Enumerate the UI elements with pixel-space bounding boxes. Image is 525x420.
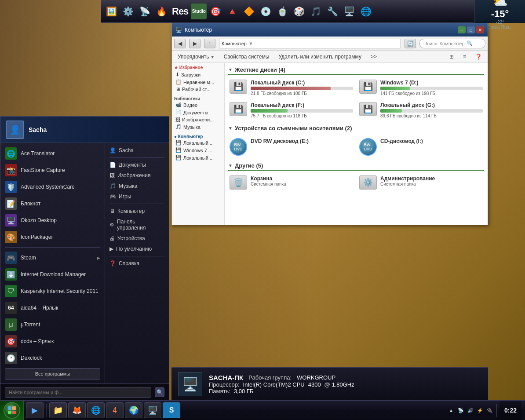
app-dexclock[interactable]: 🕐 Dexclock bbox=[0, 350, 105, 366]
taskbar-globe[interactable]: 🌍 bbox=[125, 402, 142, 418]
forward-button[interactable]: ▶ bbox=[189, 39, 201, 48]
toolbar-icon-13[interactable]: 🖥️ bbox=[341, 4, 357, 19]
right-control-panel[interactable]: ⚙ Панель управления bbox=[105, 216, 169, 233]
sidebar-recent[interactable]: 📋 Недавние м... bbox=[174, 78, 222, 86]
toolbar-icon-3[interactable]: 📡 bbox=[137, 4, 153, 19]
address-bar[interactable]: Компьютер ▼ bbox=[219, 39, 401, 48]
weather-temp: -15° bbox=[491, 8, 509, 20]
toolbar-icon-9[interactable]: 🍵 bbox=[274, 4, 290, 19]
tray-volume[interactable]: 🔊 bbox=[467, 406, 474, 414]
start-menu: 👤 Sacha 🌐 Ace Translator 📸 FastStone Cap… bbox=[0, 116, 169, 400]
taskbar-firefox[interactable]: 🦊 bbox=[68, 402, 86, 418]
sidebar-desktop[interactable]: 🖥 Рабочий ст... bbox=[174, 86, 222, 93]
toolbar-icon-1[interactable]: 🖼️ bbox=[103, 4, 119, 19]
favorites-header: ★ Избранное bbox=[174, 65, 222, 70]
recycle-bin[interactable]: 🗑️ Корзина Системная папка bbox=[228, 174, 354, 191]
taskbar-explorer[interactable]: 📁 bbox=[49, 402, 67, 418]
right-images[interactable]: 🖼 Изображения bbox=[105, 170, 169, 181]
app-okozo[interactable]: 🖥️ Okozo Desktop bbox=[0, 212, 105, 229]
right-documents[interactable]: 📄 Документы bbox=[105, 160, 169, 170]
app-iconpacker[interactable]: 🎨 IconPackager bbox=[0, 229, 105, 245]
close-button[interactable]: ✕ bbox=[476, 26, 484, 33]
explorer-window: 🖥️ Компьютер ─ □ ✕ ◀ ▶ ↑ Компьютер ▼ 🔄 П… bbox=[171, 23, 488, 225]
app-notepad[interactable]: 📝 Блокнот bbox=[0, 195, 105, 212]
drive-i-info: CD-дисковод (I:) bbox=[380, 138, 483, 144]
uninstall-menu[interactable]: Удалить или изменить программу bbox=[275, 52, 365, 61]
sidebar-win7-d[interactable]: 💾Windows 7 ... bbox=[174, 146, 222, 154]
drive-d[interactable]: 💾 Windows 7 (D:) 141 ГБ свободно из 198 … bbox=[358, 78, 484, 97]
taskbar-ie[interactable]: 🌐 bbox=[87, 402, 105, 418]
right-defaults[interactable]: ▶ По умолчанию bbox=[105, 244, 169, 254]
sidebar-images[interactable]: 🖼Изображени... bbox=[174, 116, 222, 123]
right-music[interactable]: 🎵 Музыка bbox=[105, 181, 169, 191]
search-box[interactable]: Поиск: Компьютер 🔍 bbox=[419, 39, 485, 48]
right-help[interactable]: ❓ Справка bbox=[105, 258, 169, 269]
drive-dvd-e[interactable]: RWDVD DVD RW дисковод (E:) bbox=[228, 137, 354, 157]
taskbar-skype[interactable]: S bbox=[163, 402, 180, 418]
app-asc[interactable]: 🛡️ Advanced SystemCare bbox=[0, 179, 105, 195]
start-orb bbox=[4, 402, 20, 419]
removable-grid: RWDVD DVD RW дисковод (E:) RWDVD CD-диск… bbox=[228, 137, 484, 157]
toolbar-icon-10[interactable]: 🎲 bbox=[291, 4, 307, 19]
toolbar-icon-7[interactable]: 🔶 bbox=[241, 4, 257, 19]
tray-safety-remove[interactable]: 🔌 bbox=[486, 406, 494, 414]
removable-section: ▼ Устройства со съемными носителями (2) bbox=[228, 125, 484, 133]
app-idm[interactable]: ⬇️ Internet Download Manager bbox=[0, 266, 105, 283]
refresh-button[interactable]: 🔄 bbox=[405, 39, 416, 48]
up-button[interactable]: ↑ bbox=[204, 39, 215, 48]
view-list-btn[interactable]: ≡ bbox=[459, 52, 470, 61]
toolbar-icon-12[interactable]: 🔧 bbox=[324, 4, 340, 19]
start-button[interactable] bbox=[0, 401, 24, 420]
app-faststone[interactable]: 📸 FastStone Capture bbox=[0, 162, 105, 179]
drive-f[interactable]: 💾 Локальный диск (F:) 75,7 ГБ свободно и… bbox=[228, 101, 354, 120]
system-props-menu[interactable]: Свойства системы bbox=[220, 52, 273, 61]
right-sacha[interactable]: 👤 Sacha bbox=[105, 145, 169, 156]
more-menu[interactable]: >> bbox=[367, 52, 380, 61]
taskbar-monitor[interactable]: 🖥️ bbox=[144, 402, 161, 418]
sidebar-video[interactable]: 📹Видео bbox=[174, 101, 222, 109]
taskbar-media-player[interactable]: ▶ bbox=[26, 402, 44, 418]
toolbar-icon-2[interactable]: ⚙️ bbox=[120, 4, 136, 19]
taskbar-item-4[interactable]: 4 bbox=[106, 402, 124, 418]
app-kaspersky[interactable]: 🛡 Kaspersky Internet Security 2011 bbox=[0, 283, 105, 299]
drive-cd-i[interactable]: RWDVD CD-дисковод (I:) bbox=[358, 137, 484, 157]
search-submit-button[interactable]: 🔍 bbox=[155, 387, 164, 397]
app-utorrent[interactable]: μ µTorrent bbox=[0, 316, 105, 333]
all-programs-button[interactable]: Все программы bbox=[5, 368, 100, 380]
right-computer[interactable]: 🖥 Компьютер bbox=[105, 206, 169, 216]
app-ace-translator[interactable]: 🌐 Ace Translator bbox=[0, 145, 105, 162]
drive-c[interactable]: 💾 Локальный диск (C:) 21,8 ГБ свободно и… bbox=[228, 78, 354, 97]
toolbar-icon-11[interactable]: 🎵 bbox=[308, 4, 324, 19]
minimize-button[interactable]: ─ bbox=[458, 26, 466, 33]
sidebar-local-f[interactable]: 💾Локальный ... bbox=[174, 154, 222, 161]
tray-network[interactable]: 📡 bbox=[457, 406, 465, 414]
admin-sub: Системная папка bbox=[380, 182, 483, 186]
tray-battery[interactable]: ⚡ bbox=[476, 406, 484, 414]
help-btn[interactable]: ❓ bbox=[472, 52, 485, 61]
tray-show-hidden[interactable]: ▲ bbox=[447, 406, 455, 414]
right-games[interactable]: 🎮 Игры bbox=[105, 191, 169, 202]
toolbar-icon-studio[interactable]: Studio bbox=[191, 4, 207, 19]
back-button[interactable]: ◀ bbox=[174, 39, 186, 48]
right-devices[interactable]: 🖨 Устройства bbox=[105, 233, 169, 244]
app-dods[interactable]: 🎯 dods – Ярлык bbox=[0, 333, 105, 350]
view-icon-btn[interactable]: ⊞ bbox=[446, 52, 457, 61]
toolbar-icon-5[interactable]: 🎯 bbox=[208, 4, 223, 19]
toolbar-icon-6[interactable]: 🔺 bbox=[224, 4, 240, 19]
maximize-button[interactable]: □ bbox=[467, 26, 475, 33]
app-aida64[interactable]: 64 aida64 – Ярлык bbox=[0, 299, 105, 316]
drive-g[interactable]: 💾 Локальный диск (G:) 89,6 ГБ свободно и… bbox=[358, 101, 484, 120]
program-search-input[interactable] bbox=[5, 387, 151, 398]
libraries-header: Библиотеки bbox=[174, 96, 222, 101]
app-steam[interactable]: 🎮 Steam ▶ bbox=[0, 249, 105, 266]
sidebar-downloads[interactable]: ⬇ Загрузки bbox=[174, 71, 222, 78]
sidebar-docs[interactable]: 📄Документы bbox=[174, 109, 222, 116]
toolbar-icon-4[interactable]: 🔥 bbox=[153, 4, 169, 19]
sidebar-local-c[interactable]: 💾Локальный ... bbox=[174, 139, 222, 146]
toolbar-icon-14[interactable]: 🌐 bbox=[358, 4, 374, 19]
organize-menu[interactable]: Упорядочить ▼ bbox=[174, 52, 218, 61]
sidebar-music[interactable]: 🎵Музыка bbox=[174, 123, 222, 131]
svg-rect-3 bbox=[12, 411, 16, 414]
toolbar-icon-8[interactable]: 💿 bbox=[258, 4, 273, 19]
admin-tools[interactable]: ⚙️ Администрирование Системная папка bbox=[358, 174, 484, 191]
